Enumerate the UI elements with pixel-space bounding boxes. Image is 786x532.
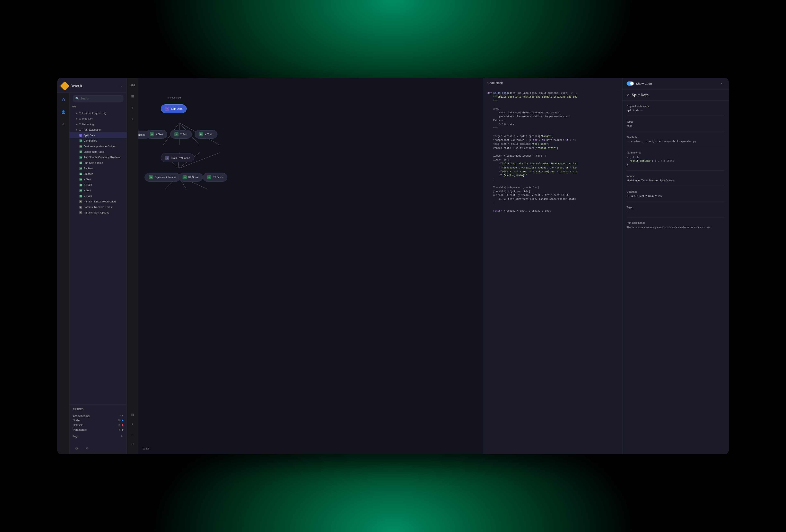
nav-icon-text[interactable]: A bbox=[60, 120, 67, 128]
icon-strip: ⬡ 👤 A bbox=[57, 93, 70, 454]
logo-diamond bbox=[60, 81, 69, 91]
canvas-collapse-btn[interactable]: ◀◀ bbox=[129, 81, 136, 88]
sidebar-item-model-input[interactable]: ⊟ Model Input Table bbox=[70, 149, 127, 155]
item-label: Reviews bbox=[84, 167, 123, 170]
code-content: def split_data(data: pd.DataFrame, split… bbox=[487, 91, 618, 213]
canvas-map-btn[interactable]: ⊟ bbox=[129, 411, 136, 418]
sidebar-item-x-train[interactable]: ⊟ X Train bbox=[70, 182, 127, 188]
code-panel-header: Code block bbox=[483, 78, 622, 88]
item-label: Companies bbox=[84, 139, 123, 142]
sidebar-item-y-train[interactable]: ⊟ Y Train bbox=[70, 193, 127, 199]
field-original-name: Original node name: split_data bbox=[627, 105, 724, 112]
field-tags: Tags: - bbox=[627, 206, 724, 213]
sidebar-item-x-test[interactable]: ⊟ X Test bbox=[70, 177, 127, 182]
item-label: Train Evaluation bbox=[82, 128, 123, 131]
data-icon: ⊟ bbox=[79, 178, 82, 181]
r2-1-icon: ⊟ bbox=[183, 175, 187, 179]
field-parameters: Parameters: ▾ { 3 ite "split_options": {… bbox=[627, 151, 724, 166]
item-label: Params: Random Forest bbox=[84, 206, 123, 209]
close-panel-btn[interactable]: × bbox=[719, 80, 724, 86]
sidebar-item-train-evaluation[interactable]: ▶ ⊞ Train Evaluation bbox=[70, 127, 127, 133]
code-block-area[interactable]: def split_data(data: pd.DataFrame, split… bbox=[483, 88, 622, 454]
theme-toggle-btn[interactable]: ◑ bbox=[73, 444, 80, 452]
sidebar-item-reviews[interactable]: ⊟ Reviews bbox=[70, 166, 127, 171]
collapse-icon[interactable]: ◀◀ bbox=[72, 105, 76, 108]
file-path-label: File Path: bbox=[627, 136, 724, 139]
r2-score-2-node[interactable]: ⊟ R2 Score bbox=[203, 173, 227, 182]
sidebar-item-ingestion[interactable]: ▶ ⊞ Ingestion bbox=[70, 116, 127, 121]
filter-tags-label: Tags bbox=[73, 435, 121, 438]
sidebar-item-params-split[interactable]: ≡ Params: Split Options bbox=[70, 210, 127, 215]
show-code-header: Show Code × bbox=[622, 78, 729, 89]
filter-minus-icon[interactable]: − bbox=[119, 414, 121, 417]
field-run-command: Run Command: Please provide a name argum… bbox=[627, 222, 724, 229]
settings-btn[interactable]: ⊙ bbox=[84, 444, 91, 452]
parameters-value: ▾ { 3 ite "split_options": {...} 3 items… bbox=[627, 155, 724, 166]
r2-score-1-node[interactable]: ⊟ R2 Score bbox=[178, 173, 203, 182]
item-label: Ingestion bbox=[82, 117, 123, 120]
split-data-label: Split Data bbox=[171, 107, 182, 110]
sidebar-item-shuttles[interactable]: ⊟ Shuttles bbox=[70, 171, 127, 177]
filter-params-label: Parameters bbox=[73, 428, 119, 431]
divider-7 bbox=[627, 217, 724, 217]
item-label: Shuttles bbox=[84, 172, 123, 176]
canvas-area[interactable]: ◀◀ ⊞ ↑ ↓ ⊟ + − ↺ bbox=[127, 78, 483, 454]
divider-6 bbox=[627, 202, 724, 202]
nav-tree: ▶ ⊞ Feature Engineering ▶ ⊞ Ingestion ▶ … bbox=[70, 109, 127, 404]
split-data-node[interactable]: ƒ Split Data bbox=[161, 105, 187, 113]
filter-nodes-count: 20 bbox=[118, 419, 120, 422]
show-code-toggle[interactable] bbox=[627, 82, 634, 86]
right-panel: Show Code × ⊘ Split Data Original node n… bbox=[622, 78, 729, 454]
canvas-layers-btn[interactable]: ⊞ bbox=[129, 93, 136, 100]
sidebar-item-prm-shuttle[interactable]: ⊟ Prm Shuttle Company Reviews bbox=[70, 155, 127, 160]
divider-4 bbox=[627, 170, 724, 171]
x-train-label: X Train bbox=[205, 133, 213, 136]
sidebar-item-feature-importance[interactable]: ⊟ Feature Importance Output bbox=[70, 143, 127, 149]
divider-1 bbox=[627, 116, 724, 116]
project-chevron-icon[interactable]: ⌄ bbox=[120, 84, 123, 88]
r2-2-icon: ⊟ bbox=[207, 175, 211, 179]
right-panel-title: Split Data bbox=[632, 93, 649, 97]
data-icon: ⊟ bbox=[79, 167, 82, 170]
canvas-plus-btn[interactable]: + bbox=[129, 421, 136, 428]
train-evaluation-node[interactable]: ⊞ Train Evaluation bbox=[161, 154, 194, 162]
sidebar-item-params-forest[interactable]: ≡ Params: Random Forest bbox=[70, 204, 127, 210]
item-label: X Train bbox=[84, 183, 123, 186]
exp-icon: ⊟ bbox=[149, 175, 153, 179]
sidebar-item-params-linear[interactable]: ≡ Params: Linear Regression bbox=[70, 199, 127, 204]
canvas-upload-btn[interactable]: ↑ bbox=[129, 104, 136, 111]
filters-section: Filters Element types − ▾ Nodes 20 Datas… bbox=[70, 404, 127, 442]
sidebar-header: Default ⌄ bbox=[57, 78, 127, 93]
right-panel-content: Original node name: split_data Type: nod… bbox=[622, 101, 729, 233]
sidebar-item-feature-engineering[interactable]: ▶ ⊞ Feature Engineering bbox=[70, 110, 127, 116]
data-icon: ⊟ bbox=[79, 172, 82, 176]
sidebar-item-split-data[interactable]: ƒ Split Data bbox=[70, 133, 127, 138]
y-test-node[interactable]: ⊟ Y Test bbox=[170, 130, 192, 139]
data-icon: ⊟ bbox=[79, 162, 82, 164]
data-icon: ⊟ bbox=[79, 189, 82, 192]
filter-expand-icon[interactable]: ▾ bbox=[122, 414, 123, 417]
canvas-refresh-btn[interactable]: ↺ bbox=[129, 440, 136, 448]
sidebar-item-reporting[interactable]: ▶ ⊞ Reporting bbox=[70, 121, 127, 127]
nav-icon-user[interactable]: 👤 bbox=[60, 108, 67, 116]
x-train-node[interactable]: ⊟ X Train bbox=[195, 130, 217, 139]
parameters-label: Parameters: bbox=[627, 151, 724, 154]
chevron-icon: ▶ bbox=[76, 112, 78, 114]
experiment-params-node[interactable]: ⊟ Experiment Params bbox=[144, 173, 180, 182]
search-input[interactable] bbox=[80, 97, 121, 100]
canvas-download-btn[interactable]: ↓ bbox=[129, 115, 136, 123]
item-label: Y Train bbox=[84, 194, 123, 198]
item-label: Feature Importance Output bbox=[84, 145, 123, 148]
sidebar-item-companies[interactable]: ⊟ Companies bbox=[70, 138, 127, 143]
filter-params-count: 6 bbox=[119, 429, 120, 431]
data-icon: ⊟ bbox=[79, 156, 82, 159]
sidebar-item-prm-spine[interactable]: ⊟ Prm Spine Table bbox=[70, 160, 127, 166]
group-icon: ⊞ bbox=[79, 112, 81, 115]
type-value: node bbox=[627, 124, 724, 128]
split-data-icon: ⊘ bbox=[627, 93, 630, 97]
canvas-minus-btn[interactable]: − bbox=[129, 431, 136, 438]
item-label: Params: Split Options bbox=[84, 211, 123, 214]
sidebar-item-y-test[interactable]: ⊟ Y Test bbox=[70, 188, 127, 193]
nav-icon-pipeline[interactable]: ⬡ bbox=[60, 96, 67, 103]
item-label: Prm Spine Table bbox=[84, 161, 123, 164]
